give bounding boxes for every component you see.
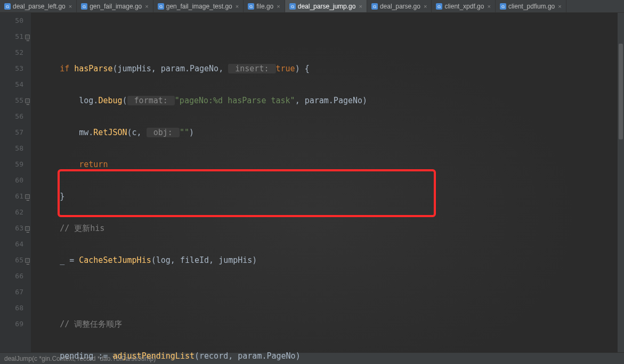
tab-file[interactable]: G file.go × [244,0,285,12]
code-line: // 更新his [40,220,624,236]
go-file-icon: G [371,3,378,10]
close-icon[interactable]: × [277,3,280,10]
svg-text:G: G [291,4,294,9]
close-icon[interactable]: × [69,3,72,10]
tab-deal-parse[interactable]: G deal_parse.go × [367,0,432,12]
close-icon[interactable]: × [487,3,490,10]
go-file-icon: G [289,3,296,10]
tab-client-pdfium[interactable]: G client_pdfium.go × [496,0,566,12]
fold-icon[interactable] [25,35,30,39]
tab-label: client_pdfium.go [508,3,555,10]
code-line: // 调整任务顺序 [40,316,624,332]
line-number: 63 [0,220,23,236]
fold-marks [25,13,30,352]
close-icon[interactable]: × [145,3,148,10]
line-number: 57 [0,125,23,140]
tab-deal-parse-left[interactable]: G deal_parse_left.go × [0,0,77,12]
close-icon[interactable]: × [424,3,427,10]
line-number: 56 [0,109,23,125]
line-number: 66 [0,268,23,284]
line-number: 60 [0,172,23,188]
code-line: return [40,156,624,172]
go-file-icon: G [436,3,442,10]
svg-text:G: G [249,4,253,9]
line-number: 52 [0,45,23,61]
line-number: 51 [0,29,23,45]
tab-gen-fail-image[interactable]: G gen_fail_image.go × [77,0,153,12]
tab-label: client_xpdf.go [444,3,484,10]
svg-text:G: G [159,4,163,9]
line-number: 61 [0,188,23,204]
code-line: mw.RetJSON(c, obj: "") [40,125,624,140]
line-number: 65 [0,252,23,268]
code-editor[interactable]: 50 51 52 53 54 55 56 57 58 59 60 61 62 6… [0,13,624,352]
close-icon[interactable]: × [359,3,362,10]
tab-label: deal_parse_jump.go [298,3,356,10]
code-line: } [40,188,624,204]
svg-text:G: G [83,4,86,9]
svg-text:G: G [437,4,441,9]
code-area[interactable]: if hasParse(jumpHis, param.PageNo, inser… [31,13,624,352]
tab-label: deal_parse_left.go [13,3,66,10]
tab-deal-parse-jump[interactable]: G deal_parse_jump.go × [285,0,367,12]
vertical-scrollbar[interactable] [618,13,624,352]
code-line: if hasParse(jumpHis, param.PageNo, inser… [40,61,624,77]
scroll-thumb[interactable] [619,44,623,139]
tab-label: file.go [256,3,273,10]
line-number: 53 [0,61,23,77]
fold-icon[interactable] [25,258,30,263]
line-number: 62 [0,204,23,220]
code-line: pending := adjustPendingList(record, par… [40,348,624,364]
line-number: 67 [0,284,23,300]
tab-label: gen_fail_image.go [90,3,142,10]
line-number: 68 [0,300,23,316]
go-file-icon: G [158,3,164,10]
fold-icon[interactable] [25,98,30,103]
line-number: 69 [0,316,23,332]
fold-icon[interactable] [25,226,30,231]
line-number: 55 [0,93,23,109]
code-line [40,29,624,45]
tab-label: gen_fail_image_test.go [166,3,232,10]
go-file-icon: G [81,3,87,10]
code-line [40,284,624,300]
line-number: 58 [0,140,23,156]
line-number: 50 [0,13,23,29]
close-icon[interactable]: × [558,3,561,10]
line-number: 64 [0,236,23,252]
svg-text:G: G [501,4,505,9]
go-file-icon: G [500,3,506,10]
svg-text:G: G [373,4,376,9]
tab-client-xpdf[interactable]: G client_xpdf.go × [432,0,496,12]
editor-tabs: G deal_parse_left.go × G gen_fail_image.… [0,0,624,13]
tab-gen-fail-image-test[interactable]: G gen_fail_image_test.go × [153,0,244,12]
line-number-gutter: 50 51 52 53 54 55 56 57 58 59 60 61 62 6… [0,13,31,352]
line-number: 54 [0,77,23,93]
close-icon[interactable]: × [236,3,239,10]
line-number: 59 [0,156,23,172]
tab-label: deal_parse.go [380,3,420,10]
code-line: log.Debug( format: "pageNo:%d hasParse t… [40,93,624,109]
fold-icon[interactable] [25,194,30,199]
go-file-icon: G [4,3,11,10]
go-file-icon: G [248,3,254,10]
svg-text:G: G [6,4,9,9]
code-line: _ = CacheSetJumpHis(log, fileId, jumpHis… [40,252,624,268]
